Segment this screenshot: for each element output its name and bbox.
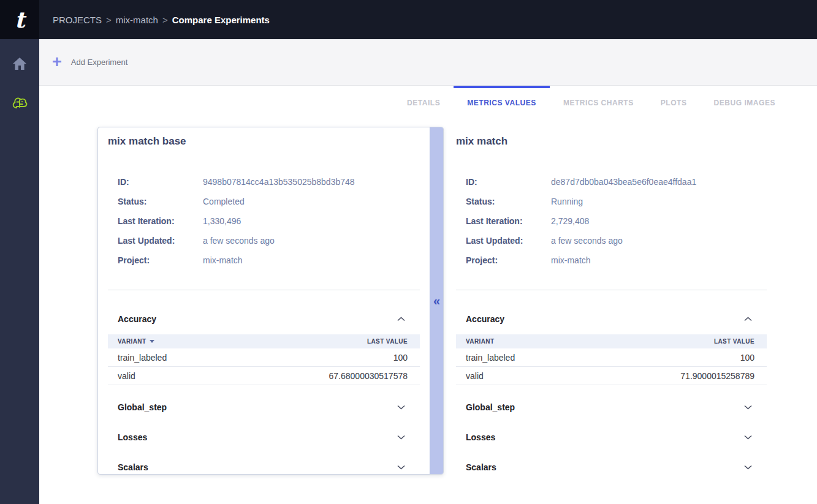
field-value: a few seconds ago <box>551 236 623 246</box>
last-value-cell: 71.9000015258789 <box>680 371 754 381</box>
table-row: train_labeled 100 <box>108 348 420 367</box>
field-project: Project: mix-match <box>118 250 420 270</box>
top-bar: t PROJECTS > mix-match > Compare Experim… <box>0 0 817 39</box>
variant-cell: train_labeled <box>466 353 515 363</box>
column-variant[interactable]: VARIANT <box>466 338 495 345</box>
tab-debug-images-label: DEBUG IMAGES <box>714 99 776 107</box>
field-label: Last Updated: <box>118 236 203 246</box>
compare-tabs: DETAILS METRICS VALUES METRICS CHARTS PL… <box>39 86 817 119</box>
metric-sections: Accuracy VARIANT LAST VALUE <box>108 310 420 476</box>
breadcrumb: PROJECTS > mix-match > Compare Experimen… <box>39 0 270 39</box>
field-label: Status: <box>466 197 551 206</box>
section-title: Losses <box>118 432 147 442</box>
chevron-down-icon <box>397 435 405 440</box>
section-accuracy: Accuracy VARIANT LAST VALUE <box>456 310 767 385</box>
brain-icon[interactable] <box>11 94 28 111</box>
field-value: a few seconds ago <box>203 236 275 246</box>
field-value: mix-match <box>203 255 243 265</box>
section-title: Global_step <box>466 402 515 412</box>
breadcrumb-current-page: Compare Experiments <box>172 15 270 25</box>
field-value: 2,729,408 <box>551 216 589 226</box>
field-project: Project: mix-match <box>466 250 767 270</box>
experiment-title: mix match base <box>108 135 420 148</box>
chevron-down-icon <box>397 405 405 410</box>
field-label: Last Updated: <box>466 236 551 246</box>
accuracy-table: VARIANT LAST VALUE train_labeled 100 val… <box>456 334 767 385</box>
section-title: Accuracy <box>118 314 156 324</box>
section-global-step-toggle[interactable]: Global_step <box>456 399 767 416</box>
last-value-cell: 67.68000030517578 <box>329 371 408 381</box>
field-value: 1,330,496 <box>203 216 241 226</box>
plus-icon: + <box>52 54 62 70</box>
column-last-value[interactable]: LAST VALUE <box>367 338 408 345</box>
chevron-down-icon <box>397 465 405 470</box>
experiment-fields: ID: 9498b07814cc4a13b535025b8bd3b748 Sta… <box>108 172 420 270</box>
field-label: Status: <box>118 197 203 206</box>
section-title: Scalars <box>466 462 496 472</box>
section-scalars-toggle[interactable]: Scalars <box>456 459 767 476</box>
field-status: Status: Completed <box>118 192 420 211</box>
sort-desc-icon <box>150 340 154 343</box>
app-logo[interactable]: t <box>0 0 39 39</box>
table-row: valid 71.9000015258789 <box>456 367 767 385</box>
section-losses-toggle[interactable]: Losses <box>108 429 420 446</box>
experiment-card-body: mix match base ID: 9498b07814cc4a13b5350… <box>98 127 430 474</box>
section-title: Accuracy <box>466 314 504 324</box>
experiment-card-compare: mix match ID: de87d7db0ba043bea5e6f0eae4… <box>456 127 767 476</box>
tab-metrics-charts[interactable]: METRICS CHARTS <box>550 86 647 119</box>
tab-metrics-charts-label: METRICS CHARTS <box>563 99 634 107</box>
last-value-cell: 100 <box>740 353 754 363</box>
tab-debug-images[interactable]: DEBUG IMAGES <box>701 86 789 119</box>
section-accuracy-toggle[interactable]: Accuracy <box>456 310 767 328</box>
experiment-fields: ID: de87d7db0ba043bea5e6f0eae4ffdaa1 Sta… <box>456 172 767 270</box>
column-variant-label: VARIANT <box>466 338 495 345</box>
experiment-card-body: mix match ID: de87d7db0ba043bea5e6f0eae4… <box>456 127 767 476</box>
section-global-step: Global_step <box>456 399 767 416</box>
collapse-panel-button[interactable]: « <box>430 127 443 474</box>
section-losses-toggle[interactable]: Losses <box>456 429 767 446</box>
variant-cell: train_labeled <box>118 353 167 363</box>
section-accuracy-toggle[interactable]: Accuracy <box>108 310 420 328</box>
section-global-step-toggle[interactable]: Global_step <box>108 399 420 416</box>
table-row: train_labeled 100 <box>456 348 767 367</box>
field-label: Project: <box>118 255 203 265</box>
table-header: VARIANT LAST VALUE <box>456 334 767 348</box>
table-row: valid 67.68000030517578 <box>108 367 420 385</box>
section-scalars: Scalars <box>108 459 420 476</box>
breadcrumb-separator: > <box>162 15 168 25</box>
field-id: ID: 9498b07814cc4a13b535025b8bd3b748 <box>118 172 420 192</box>
add-experiment-button[interactable]: + Add Experiment <box>52 54 127 70</box>
chevron-up-icon <box>397 317 405 322</box>
section-accuracy: Accuracy VARIANT LAST VALUE <box>108 310 420 385</box>
column-last-value[interactable]: LAST VALUE <box>714 338 754 345</box>
breadcrumb-projects[interactable]: PROJECTS <box>53 15 102 25</box>
compare-content: mix match base ID: 9498b07814cc4a13b5350… <box>39 127 817 476</box>
collapse-left-icon: « <box>433 295 440 307</box>
table-header: VARIANT LAST VALUE <box>108 334 420 348</box>
field-value: de87d7db0ba043bea5e6f0eae4ffdaa1 <box>551 177 696 187</box>
breadcrumb-project-name[interactable]: mix-match <box>116 15 158 25</box>
accuracy-table: VARIANT LAST VALUE train_labeled 100 <box>108 334 420 385</box>
tab-metrics-values[interactable]: METRICS VALUES <box>454 86 550 119</box>
home-icon[interactable] <box>11 55 28 72</box>
field-label: Last Iteration: <box>466 216 551 226</box>
section-scalars-toggle[interactable]: Scalars <box>108 459 420 476</box>
experiments-toolbar: + Add Experiment <box>39 39 817 86</box>
field-value: 9498b07814cc4a13b535025b8bd3b748 <box>203 177 355 187</box>
tab-metrics-values-label: METRICS VALUES <box>467 99 536 107</box>
experiment-card-base: mix match base ID: 9498b07814cc4a13b5350… <box>97 127 444 475</box>
column-variant[interactable]: VARIANT <box>118 338 154 345</box>
last-value-cell: 100 <box>393 353 408 363</box>
field-value: mix-match <box>551 255 591 265</box>
section-global-step: Global_step <box>108 399 420 416</box>
tab-plots[interactable]: PLOTS <box>647 86 701 119</box>
tab-plots-label: PLOTS <box>661 99 687 107</box>
sidebar <box>0 39 39 504</box>
field-label: ID: <box>118 177 203 187</box>
tab-details[interactable]: DETAILS <box>393 86 454 119</box>
field-last-iteration: Last Iteration: 1,330,496 <box>118 211 420 231</box>
field-id: ID: de87d7db0ba043bea5e6f0eae4ffdaa1 <box>466 172 767 192</box>
metric-sections: Accuracy VARIANT LAST VALUE <box>456 310 767 476</box>
card-divider <box>456 290 767 290</box>
field-last-updated: Last Updated: a few seconds ago <box>466 231 767 250</box>
